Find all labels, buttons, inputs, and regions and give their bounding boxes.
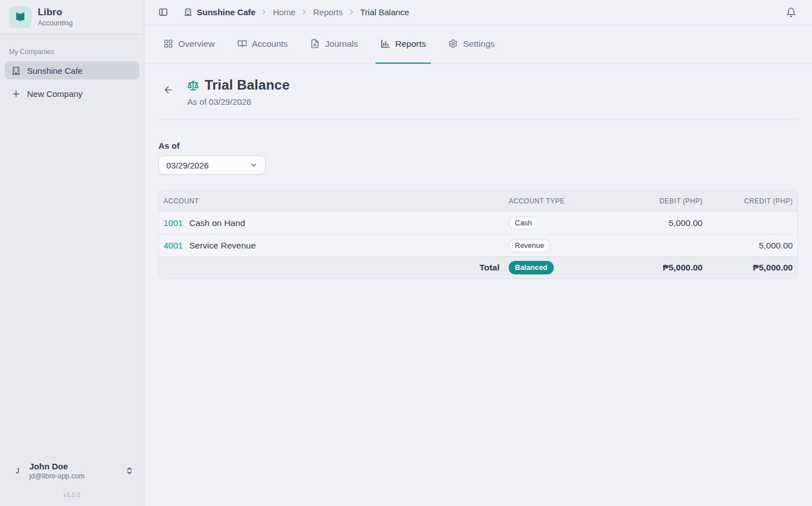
user-name: John Doe [29,461,117,471]
new-company-label: New Company [27,89,82,99]
title-divider [158,119,798,120]
tab-journals[interactable]: Journals [305,25,363,64]
breadcrumb: Sunshine Cafe Home Reports Trial Balance [184,7,409,17]
tab-reports[interactable]: Reports [376,25,431,64]
as-of-filter: As of 03/29/2026 [158,141,798,175]
app-name: Libro [38,7,73,18]
tab-label: Overview [178,39,215,49]
breadcrumb-current: Trial Balance [360,7,409,17]
app-logo [9,6,32,28]
app-subtitle: Accounting [38,19,73,27]
chevron-right-icon [348,8,355,16]
chevron-right-icon [261,8,268,16]
plus-icon [11,89,21,99]
panel-left-icon [158,7,168,17]
breadcrumb-reports[interactable]: Reports [313,7,343,17]
breadcrumb-company[interactable]: Sunshine Cafe [184,7,255,17]
tab-label: Journals [325,39,358,49]
notifications-button[interactable] [786,7,796,17]
file-text-icon [310,39,320,48]
companies-section: My Companies Sunshine Cafe New Company [0,34,144,103]
credit-amount: 5,000.00 [707,241,797,251]
account-type-badge: Cash [509,216,538,230]
account-type-badge: Revenue [509,239,550,252]
report-header: Trial Balance As of 03/29/2026 [158,77,798,106]
open-book-icon [14,10,27,24]
app-title-block: Libro Accounting [38,7,73,27]
as-of-date-select[interactable]: 03/29/2026 [158,156,266,175]
account-code: 4001 [164,241,183,251]
balanced-badge: Balanced [509,261,554,274]
report-content: Trial Balance As of 03/29/2026 As of 03/… [144,64,812,279]
account-code: 1001 [164,218,183,228]
breadcrumb-company-label: Sunshine Cafe [197,7,255,17]
table-total-row: Total Balanced ₱5,000.00 ₱5,000.00 [159,256,797,278]
tab-label: Reports [395,39,426,49]
table-header-row: ACCOUNT ACCOUNT TYPE DEBIT (PHP) CREDIT … [159,190,797,211]
sidebar-toggle-button[interactable] [158,7,168,17]
user-meta: John Doe jd@libro-app.com [29,461,117,480]
bar-chart-icon [381,39,390,48]
chevrons-up-down-icon [125,467,134,475]
arrow-left-icon [163,85,174,95]
app-logo-block: Libro Accounting [0,0,144,34]
account-name: Cash on Hand [189,218,245,228]
tab-accounts[interactable]: Accounts [232,25,293,64]
col-account: ACCOUNT [159,197,504,205]
sidebar-item-sunshine-cafe[interactable]: Sunshine Cafe [5,61,139,79]
user-menu[interactable]: J John Doe jd@libro-app.com [0,456,144,483]
user-email: jd@libro-app.com [29,472,117,480]
grid-icon [164,39,173,48]
total-label: Total [159,263,504,273]
scale-icon [187,79,199,91]
col-account-type: ACCOUNT TYPE [504,197,617,205]
breadcrumb-home[interactable]: Home [273,7,295,17]
building-icon [11,66,21,76]
col-debit: DEBIT (PHP) [617,197,707,205]
table-row[interactable]: 4001 Service Revenue Revenue 5,000.00 [159,234,797,256]
page-subtitle: As of 03/29/2026 [187,97,290,106]
col-credit: CREDIT (PHP) [707,197,797,205]
account-name: Service Revenue [189,241,255,251]
bell-icon [786,7,796,17]
companies-section-label: My Companies [5,48,139,56]
sidebar: Libro Accounting My Companies Sunshine C… [0,0,144,506]
topbar: Sunshine Cafe Home Reports Trial Balance [144,0,812,25]
new-company-button[interactable]: New Company [5,85,139,103]
gear-icon [448,39,458,48]
app-version: v1.5.0 [0,483,144,506]
table-row[interactable]: 1001 Cash on Hand Cash 5,000.00 [159,211,797,234]
total-debit: ₱5,000.00 [617,263,707,273]
main-area: Sunshine Cafe Home Reports Trial Balance [144,0,812,506]
as-of-date-value: 03/29/2026 [166,161,209,170]
debit-amount: 5,000.00 [617,218,707,228]
tab-label: Settings [463,39,495,49]
tab-label: Accounts [252,39,288,49]
as-of-label: As of [158,141,798,150]
total-credit: ₱5,000.00 [707,263,797,273]
tab-overview[interactable]: Overview [158,25,220,64]
avatar: J [14,467,21,475]
company-tabs: Overview Accounts Journals [144,25,812,64]
page-title: Trial Balance [205,77,290,93]
sidebar-item-label: Sunshine Cafe [27,66,82,76]
tab-settings[interactable]: Settings [443,25,500,64]
back-button[interactable] [163,85,174,95]
book-open-icon [237,39,247,48]
building-icon [184,8,192,16]
trial-balance-table: ACCOUNT ACCOUNT TYPE DEBIT (PHP) CREDIT … [158,190,798,279]
chevron-right-icon [301,8,308,16]
chevron-down-icon [250,161,258,169]
